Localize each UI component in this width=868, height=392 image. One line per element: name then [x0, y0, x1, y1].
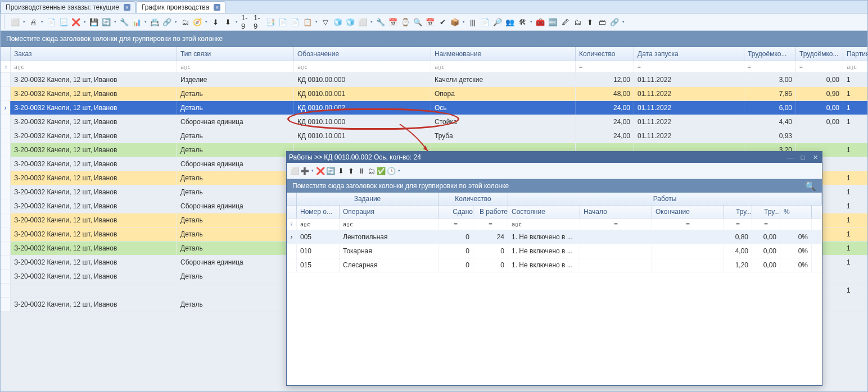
col-tr2[interactable]: Трудоёмко... [796, 47, 843, 61]
toolbar-button-31[interactable]: 📦 [449, 16, 460, 28]
toolbar-dropdown[interactable]: ▾ [40, 16, 44, 28]
works-toolbar-button-2[interactable]: ❌ [316, 166, 325, 175]
col-code[interactable]: Обозначение [294, 47, 431, 61]
toolbar-button-29[interactable]: 📅 [424, 16, 436, 28]
toolbar-dropdown[interactable]: ▾ [462, 16, 466, 28]
col-party[interactable]: Партия [843, 47, 868, 61]
filter-code[interactable]: a▯c [294, 61, 431, 72]
works-toolbar-button-0[interactable]: ⬜ [290, 166, 299, 175]
toolbar-button-27[interactable]: ⌚ [400, 16, 411, 28]
works-row[interactable]: ›005Лентопильная0241. Не включено в ...0… [287, 230, 822, 244]
sfilter-pct[interactable] [780, 218, 812, 230]
toolbar-button-10[interactable]: 🔗 [161, 16, 173, 28]
tab-0[interactable]: Производственные заказы: текущие× [1, 1, 135, 13]
toolbar-button-34[interactable]: 🔎 [492, 16, 503, 28]
works-toolbar-dropdown[interactable]: ▾ [397, 165, 401, 176]
toolbar-button-12[interactable]: 🧭 [192, 16, 203, 28]
sfilter-inwork[interactable]: = [473, 218, 508, 230]
works-popup[interactable]: Работы >> КД 0010.00.002 Ось, кол-во: 24… [286, 151, 822, 386]
toolbar-button-26[interactable]: 📅 [387, 16, 399, 28]
toolbar-button-37[interactable]: 🧰 [535, 16, 546, 28]
works-row[interactable]: 015Слесарная001. Не включено в ...1,200,… [287, 258, 822, 272]
works-toolbar-dropdown[interactable]: ▾ [310, 165, 315, 176]
filter-date[interactable]: = [634, 61, 744, 72]
toolbar-dropdown[interactable]: ▾ [314, 16, 319, 28]
col-state[interactable]: Состояние [508, 206, 580, 218]
sfilter-num[interactable]: a▯c [297, 218, 340, 230]
toolbar-button-6[interactable]: 🔄 [101, 16, 112, 28]
col-inwork[interactable]: В работе [473, 206, 508, 218]
col-qty[interactable]: Количество [576, 47, 634, 61]
col-sdano[interactable]: Сдано [438, 206, 473, 218]
col-pct[interactable]: % [780, 206, 812, 218]
tab-close-icon[interactable]: × [214, 4, 220, 11]
toolbar-button-20[interactable]: 📋 [302, 16, 313, 28]
toolbar-button-36[interactable]: 🛠 [517, 16, 528, 28]
toolbar-button-43[interactable]: 🔗 [609, 16, 620, 28]
toolbar-button-11[interactable]: 🗂 [179, 16, 191, 28]
works-toolbar-button-3[interactable]: 🔄 [326, 166, 335, 175]
band-task[interactable]: Задание [297, 193, 438, 205]
toolbar-dropdown[interactable]: ▾ [143, 16, 148, 28]
sfilter-start[interactable]: = [580, 218, 652, 230]
toolbar-button-38[interactable]: 🔤 [547, 16, 558, 28]
toolbar-button-7[interactable]: 🔧 [119, 16, 130, 28]
table-row[interactable]: З-20-0032 Качели, 12 шт, ИвановСборочная… [1, 115, 867, 129]
tab-close-icon[interactable]: × [124, 4, 130, 11]
toolbar-button-23[interactable]: 🧊 [345, 16, 356, 28]
minimize-button[interactable]: — [786, 153, 795, 161]
maximize-button[interactable]: □ [798, 153, 807, 161]
filter-party[interactable]: a▯c [843, 61, 868, 72]
works-toolbar-button-9[interactable]: 🕒 [387, 166, 396, 175]
toolbar-button-30[interactable]: ✔ [437, 16, 448, 28]
table-row[interactable]: З-20-0032 Качели, 12 шт, ИвановДетальКД … [1, 129, 867, 143]
toolbar-button-15[interactable]: 1-9 [240, 16, 251, 28]
toolbar-dropdown[interactable]: ▾ [369, 16, 374, 28]
toolbar-dropdown[interactable]: ▾ [113, 16, 117, 28]
table-row[interactable]: З-20-0032 Качели, 12 шт, ИвановИзделиеКД… [1, 73, 867, 87]
toolbar-dropdown[interactable]: ▾ [174, 16, 178, 28]
toolbar-button-18[interactable]: 📄 [277, 16, 288, 28]
toolbar-button-1[interactable]: 🖨 [28, 16, 39, 28]
sfilter-tr1[interactable]: = [724, 218, 752, 230]
filter-qty[interactable]: = [576, 61, 634, 72]
col-num[interactable]: Номер о... [297, 206, 340, 218]
toolbar-button-42[interactable]: 🗃 [596, 16, 608, 28]
toolbar-dropdown[interactable]: ▾ [83, 16, 87, 28]
toolbar-button-13[interactable]: ⬇ [210, 16, 221, 28]
toolbar-button-16[interactable]: 1-9 [252, 16, 264, 28]
band-works[interactable]: Работы [508, 193, 822, 205]
toolbar-button-21[interactable]: ▽ [320, 16, 331, 28]
filter-tr1[interactable]: = [744, 61, 796, 72]
toolbar-button-40[interactable]: 🗂 [572, 16, 583, 28]
works-toolbar-button-8[interactable]: ✅ [377, 166, 386, 175]
toolbar-button-41[interactable]: ⬆ [584, 16, 595, 28]
col-type[interactable]: Тип связи [177, 47, 294, 61]
filter-tr2[interactable]: = [796, 61, 843, 72]
band-qty[interactable]: Количество [438, 193, 508, 205]
col-op[interactable]: Операция [340, 206, 438, 218]
toolbar-button-32[interactable]: ||| [467, 16, 478, 28]
table-row[interactable]: З-20-0032 Качели, 12 шт, ИвановДетальКД … [1, 87, 867, 101]
filter-indicator[interactable]: ♀ [1, 61, 11, 72]
works-toolbar-button-6[interactable]: ⏸ [356, 166, 365, 175]
toolbar-button-2[interactable]: 📄 [46, 16, 57, 28]
toolbar-button-17[interactable]: 📑 [265, 16, 276, 28]
col-end[interactable]: Окончание [652, 206, 724, 218]
works-toolbar-button-4[interactable]: ⬇ [336, 166, 345, 175]
toolbar-dropdown[interactable]: ▾ [529, 16, 534, 28]
col-str2[interactable]: Тру... [752, 206, 780, 218]
toolbar-dropdown[interactable]: ▾ [22, 16, 26, 28]
toolbar-button-24[interactable]: ⬜ [357, 16, 368, 28]
toolbar-button-22[interactable]: 🧊 [332, 16, 343, 28]
works-row[interactable]: 010Токарная001. Не включено в ...4,000,0… [287, 244, 822, 258]
table-row[interactable]: ›З-20-0032 Качели, 12 шт, ИвановДетальКД… [1, 101, 867, 115]
toolbar-dropdown[interactable]: ▾ [621, 16, 626, 28]
col-name[interactable]: Наименование [431, 47, 576, 61]
toolbar-dropdown[interactable]: ▾ [204, 16, 209, 28]
toolbar-button-5[interactable]: 💾 [88, 16, 100, 28]
col-start[interactable]: Начало [580, 206, 652, 218]
toolbar-button-14[interactable]: ⬇ [222, 16, 233, 28]
works-toolbar-button-1[interactable]: ➕ [300, 166, 309, 175]
toolbar-button-0[interactable]: ⬜ [10, 16, 21, 28]
